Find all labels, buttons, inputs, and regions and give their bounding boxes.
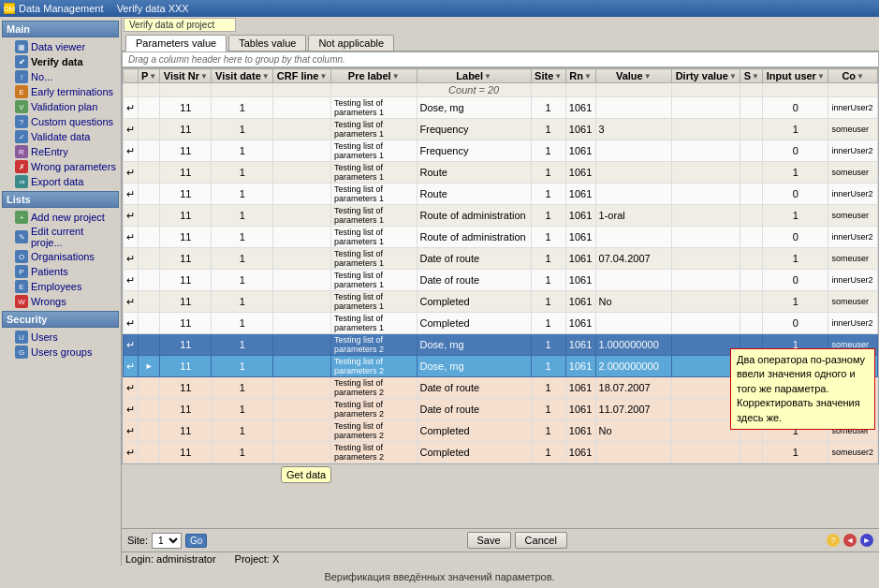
cell-9 <box>595 184 671 205</box>
table-row[interactable]: ↵111Testing list of parameters 2Complete… <box>124 442 878 463</box>
sidebar-item-edit-current-project[interactable]: ✎ Edit current proje... <box>2 225 119 249</box>
wrongs-icon: W <box>15 295 28 308</box>
table-row[interactable]: ↵111Testing list of parameters 1Route of… <box>124 227 878 248</box>
cell-1 <box>139 442 160 463</box>
col-header-value[interactable]: Value▼ <box>595 69 671 83</box>
cell-2: 11 <box>160 97 212 119</box>
sidebar-item-validation-plan[interactable]: V Validation plan <box>2 99 119 114</box>
sidebar-item-wrongs[interactable]: W Wrongs <box>2 294 119 309</box>
sidebar-item-validate-data[interactable]: ✓ Validate data <box>2 129 119 144</box>
sidebar-item-users[interactable]: U Users <box>2 330 119 345</box>
cell-3: 1 <box>212 399 273 420</box>
sidebar-item-wrong-parameters[interactable]: ✗ Wrong parameters <box>2 159 119 174</box>
sidebar-label-validate-data: Validate data <box>31 131 90 142</box>
tab-parameters[interactable]: Parameters value <box>125 35 227 51</box>
cell-6: Frequency <box>417 119 531 140</box>
cell-0: ↵ <box>124 184 139 205</box>
help-back-icon[interactable]: ◄ <box>843 534 857 547</box>
cell-1 <box>139 97 160 119</box>
sidebar-item-custom-questions[interactable]: ? Custom questions <box>2 114 119 129</box>
cell-6: Frequency <box>417 140 531 162</box>
get-data-tooltip: Get data <box>281 466 331 483</box>
cell-11 <box>740 313 763 334</box>
sidebar-label-data-viewer: Data viewer <box>31 41 85 52</box>
col-header-visit-nr[interactable]: Visit Nr▼ <box>160 69 212 83</box>
sidebar-item-export-data[interactable]: ⇒ Export data <box>2 174 119 189</box>
cell-12: 1 <box>763 205 828 227</box>
cell-5: Testing list of parameters 2 <box>330 356 417 377</box>
cell-9 <box>595 270 671 291</box>
tab-tables[interactable]: Tables value <box>228 35 306 51</box>
table-row[interactable]: ↵111Testing list of parameters 1Dose, mg… <box>124 97 878 119</box>
save-button[interactable]: Save <box>467 532 511 549</box>
validation-plan-icon: V <box>15 100 28 113</box>
col-header-label[interactable]: Label▼ <box>417 69 531 83</box>
cell-5: Testing list of parameters 1 <box>330 291 417 313</box>
table-row[interactable]: ↵111Testing list of parameters 1Route of… <box>124 205 878 227</box>
col-header-pre-label[interactable]: Pre label▼ <box>330 69 417 83</box>
col-header-p[interactable]: P▼ <box>139 69 160 83</box>
cell-1 <box>139 140 160 162</box>
help-question-icon[interactable]: ? <box>827 534 840 547</box>
sidebar-item-notifications[interactable]: ! No... <box>2 69 119 84</box>
cell-6: Date of route <box>417 377 531 399</box>
table-row[interactable]: ↵111Testing list of parameters 1Date of … <box>124 248 878 270</box>
help-forward-icon[interactable]: ► <box>860 534 873 547</box>
users-icon: U <box>15 331 28 344</box>
sidebar-item-users-groups[interactable]: G Users groups <box>2 345 119 360</box>
table-row[interactable]: ↵111Testing list of parameters 1Date of … <box>124 270 878 291</box>
cell-0: ↵ <box>124 356 139 377</box>
cell-4 <box>273 119 331 140</box>
col-header-site[interactable]: Site▼ <box>531 69 565 83</box>
cell-10 <box>672 248 740 270</box>
sidebar-item-employees[interactable]: E Employees <box>2 279 119 294</box>
project-status: Project: X <box>235 553 280 565</box>
cell-11 <box>740 227 763 248</box>
cell-5: Testing list of parameters 1 <box>330 313 417 334</box>
sidebar-label-notifications: No... <box>31 71 52 82</box>
cell-4 <box>273 442 331 463</box>
cell-4 <box>273 97 331 119</box>
cell-12: 0 <box>763 313 828 334</box>
table-row[interactable]: ↵111Testing list of parameters 1Route110… <box>124 162 878 184</box>
sidebar-item-add-new-project[interactable]: + Add new project <box>2 210 119 225</box>
sidebar: Main ▦ Data viewer ✔ Verify data ! No...… <box>0 17 122 566</box>
tab-not-applicable[interactable]: Not applicable <box>308 35 394 51</box>
cell-2: 11 <box>160 399 212 420</box>
sidebar-item-reentry[interactable]: R ReEntry <box>2 144 119 159</box>
sidebar-item-organisations[interactable]: O Organisations <box>2 249 119 264</box>
table-row[interactable]: ↵111Testing list of parameters 1Route110… <box>124 184 878 205</box>
patients-icon: P <box>15 265 28 278</box>
sidebar-item-verify-data[interactable]: ✔ Verify data <box>2 54 119 69</box>
col-header-input-user[interactable]: Input user▼ <box>763 69 828 83</box>
table-row[interactable]: ↵111Testing list of parameters 1Frequenc… <box>124 119 878 140</box>
table-row[interactable]: ↵111Testing list of parameters 1Complete… <box>124 313 878 334</box>
go-button[interactable]: Go <box>185 534 207 548</box>
cell-13: innerUser2 <box>828 97 878 119</box>
cell-10 <box>672 97 740 119</box>
cell-6: Date of route <box>417 399 531 420</box>
col-header-dirty-value[interactable]: Dirty value▼ <box>672 69 740 83</box>
sidebar-label-add-project: Add new project <box>31 212 105 223</box>
sidebar-item-early-terminations[interactable]: E Early terminations <box>2 84 119 99</box>
col-header-crf-line[interactable]: CRF line▼ <box>273 69 331 83</box>
sidebar-item-data-viewer[interactable]: ▦ Data viewer <box>2 39 119 54</box>
col-header-visit-date[interactable]: Visit date▼ <box>212 69 273 83</box>
sidebar-item-patients[interactable]: P Patients <box>2 264 119 279</box>
table-row[interactable]: ↵111Testing list of parameters 1Frequenc… <box>124 140 878 162</box>
cell-13: innerUser2 <box>828 140 878 162</box>
app-icon: DM <box>4 3 15 14</box>
app-title: Data Management <box>19 3 104 14</box>
col-header-rn[interactable]: Rn▼ <box>565 69 595 83</box>
site-select[interactable]: 1 <box>152 533 182 549</box>
col-header-s[interactable]: S▼ <box>740 69 763 83</box>
tab-bar: Parameters value Tables value Not applic… <box>122 33 879 51</box>
cell-12: 0 <box>763 140 828 162</box>
cancel-button[interactable]: Cancel <box>515 532 567 549</box>
cell-3: 1 <box>212 184 273 205</box>
table-row[interactable]: ↵111Testing list of parameters 1Complete… <box>124 291 878 313</box>
cell-10 <box>672 162 740 184</box>
cell-3: 1 <box>212 420 273 442</box>
col-header-co[interactable]: Co▼ <box>828 69 878 83</box>
tab-not-applicable-label: Not applicable <box>318 37 384 49</box>
